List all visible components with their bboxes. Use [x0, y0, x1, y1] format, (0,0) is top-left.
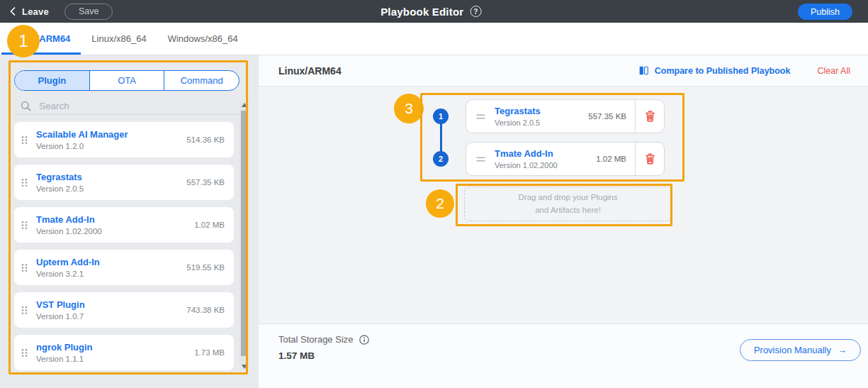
playbook-item-size: 1.02 MB — [596, 155, 626, 163]
segment-command[interactable]: Command — [164, 71, 239, 90]
platform-tab-bar: Linux/ARM64 Linux/x86_64 Windows/x86_64 — [0, 23, 868, 55]
plugin-version: Version 1.0.7 — [36, 312, 186, 321]
trash-icon — [645, 111, 655, 122]
plugin-name-link[interactable]: Upterm Add-In — [36, 257, 186, 267]
step-number-badge: 2 — [433, 151, 449, 167]
list-item[interactable]: Tegrastats Version 2.0.5 557.35 KB — [14, 165, 234, 200]
plugin-size: 557.35 KB — [186, 178, 225, 187]
playbook-step-row: 2 Tmate Add-In Version 1.02.2000 1.02 MB — [433, 142, 665, 176]
step-number-badge: 1 — [433, 109, 449, 124]
tab-windows-x86-64[interactable]: Windows/x86_64 — [157, 23, 249, 55]
drag-handle-icon[interactable] — [21, 306, 28, 315]
publish-button[interactable]: Publish — [798, 4, 852, 20]
drag-handle-icon[interactable] — [21, 178, 28, 187]
drag-handle-icon[interactable] — [21, 221, 28, 230]
leave-label: Leave — [22, 6, 49, 17]
playbook-editor-window: Leave Save Playbook Editor ? Publish Lin… — [0, 0, 868, 388]
scroll-up-icon[interactable] — [242, 103, 247, 107]
plugin-version: Version 1.1.1 — [36, 355, 194, 363]
list-item[interactable]: Scailable AI Manager Version 1.2.0 514.3… — [14, 122, 234, 157]
compare-label: Compare to Published Playbook — [655, 66, 791, 76]
playbook-step-list: 1 Tegrastats Version 2.0.5 557.35 KB — [433, 99, 665, 184]
plugin-size: 743.38 KB — [186, 306, 225, 314]
list-item[interactable]: Upterm Add-In Version 3.2.1 519.55 KB — [14, 250, 234, 285]
sidebar-scrollbar-thumb[interactable] — [241, 111, 248, 356]
playbook-step-row: 1 Tegrastats Version 2.0.5 557.35 KB — [433, 99, 665, 133]
compare-to-published-button[interactable]: Compare to Published Playbook — [639, 66, 791, 76]
search-icon — [21, 101, 31, 111]
info-icon[interactable] — [359, 335, 369, 345]
list-item[interactable]: ngrok Plugin Version 1.1.1 1.73 MB — [14, 335, 234, 370]
tab-linux-arm64[interactable]: Linux/ARM64 — [1, 23, 81, 55]
total-storage-label: Total Storage Size — [278, 334, 354, 345]
plugin-version: Version 3.2.1 — [36, 270, 186, 278]
list-item[interactable]: Tmate Add-In Version 1.02.2000 1.02 MB — [14, 207, 234, 243]
plugin-version: Version 2.0.5 — [36, 184, 186, 193]
delete-item-button[interactable] — [635, 143, 664, 175]
scroll-down-icon[interactable] — [242, 365, 247, 369]
drag-handle-icon[interactable] — [476, 157, 485, 162]
playbook-item-name[interactable]: Tmate Add-In — [495, 148, 558, 159]
playbook-canvas: 1 Tegrastats Version 2.0.5 557.35 KB — [259, 87, 868, 323]
provision-manually-button[interactable]: Provision Manually → — [740, 339, 861, 361]
playbook-item-card[interactable]: Tmate Add-In Version 1.02.2000 1.02 MB — [466, 142, 665, 176]
plugin-name-link[interactable]: ngrok Plugin — [36, 342, 194, 353]
back-chevron-icon — [10, 7, 16, 16]
sidebar-segment-control: Plugin OTA Command — [14, 70, 239, 91]
plugin-version: Version 1.02.2000 — [36, 227, 194, 235]
plugin-version: Version 1.2.0 — [36, 142, 186, 150]
playbook-item-version: Version 1.02.2000 — [495, 161, 558, 170]
drag-handle-icon[interactable] — [21, 135, 28, 145]
playbook-item-card[interactable]: Tegrastats Version 2.0.5 557.35 KB — [466, 99, 665, 133]
plugin-name-link[interactable]: Tegrastats — [36, 172, 186, 182]
platform-title: Linux/ARM64 — [278, 65, 342, 77]
drag-handle-icon[interactable] — [21, 263, 28, 272]
search-bar — [14, 98, 239, 115]
plugin-size: 514.36 KB — [186, 135, 225, 144]
segment-plugin[interactable]: Plugin — [15, 71, 89, 90]
dropzone-text-line1: Drag and drop your Plugins — [519, 192, 618, 204]
tab-linux-x86-64[interactable]: Linux/x86_64 — [81, 23, 157, 55]
provision-label: Provision Manually — [754, 345, 831, 355]
compare-icon — [639, 66, 648, 75]
playbook-item-size: 557.35 KB — [588, 112, 626, 121]
plugin-name-link[interactable]: VST Plugin — [36, 299, 186, 310]
save-button[interactable]: Save — [64, 4, 113, 20]
playbook-item-version: Version 2.0.5 — [495, 118, 541, 127]
drag-drop-zone[interactable]: Drag and drop your Plugins and Artifacts… — [464, 187, 672, 221]
arrow-right-icon: → — [838, 345, 847, 355]
page-title: Playbook Editor — [381, 6, 463, 18]
plugin-size: 1.73 MB — [194, 348, 225, 357]
total-storage-value: 1.57 MB — [278, 350, 369, 361]
delete-item-button[interactable] — [635, 100, 664, 133]
clear-all-button[interactable]: Clear All — [817, 66, 850, 76]
drag-handle-icon[interactable] — [21, 348, 28, 357]
segment-ota[interactable]: OTA — [89, 71, 164, 90]
dropzone-text-line2: and Artifacts here! — [535, 204, 601, 217]
drag-handle-icon[interactable] — [476, 114, 485, 119]
plugin-sidebar: Plugin OTA Command Scailable AI Manager … — [0, 55, 259, 388]
leave-button[interactable]: Leave — [10, 6, 49, 17]
main-footer: Total Storage Size 1.57 MB Provision Man… — [259, 323, 868, 388]
app-header: Leave Save Playbook Editor ? Publish — [0, 0, 868, 23]
plugin-list: Scailable AI Manager Version 1.2.0 514.3… — [14, 122, 234, 377]
playbook-item-name[interactable]: Tegrastats — [495, 106, 541, 116]
plugin-name-link[interactable]: Tmate Add-In — [36, 214, 194, 225]
trash-icon — [645, 153, 655, 165]
plugin-name-link[interactable]: Scailable AI Manager — [36, 129, 186, 140]
plugin-size: 1.02 MB — [194, 221, 225, 229]
search-input[interactable] — [39, 101, 239, 111]
list-item[interactable]: VST Plugin Version 1.0.7 743.38 KB — [14, 292, 234, 328]
help-icon[interactable]: ? — [470, 6, 481, 17]
plugin-size: 519.55 KB — [186, 263, 225, 272]
main-header: Linux/ARM64 Compare to Published Playboo… — [259, 55, 868, 87]
playbook-main-area: Linux/ARM64 Compare to Published Playboo… — [259, 55, 868, 388]
